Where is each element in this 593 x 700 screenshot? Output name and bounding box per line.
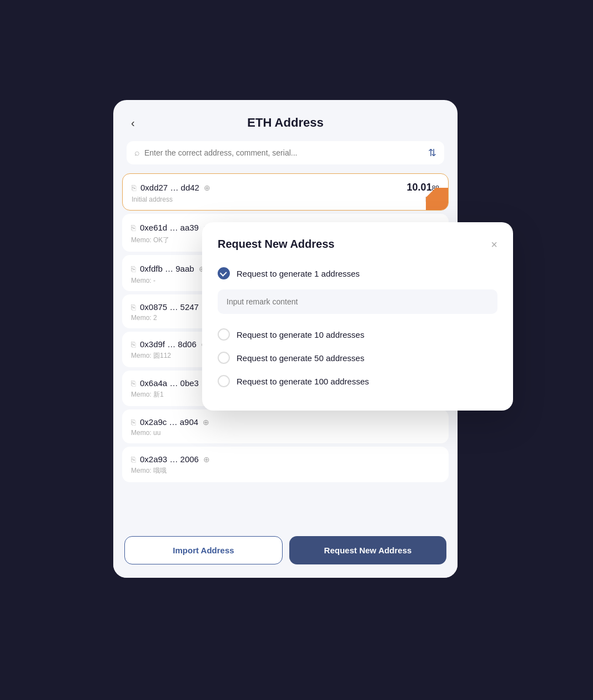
copy-icon[interactable]: ⎘ — [131, 303, 135, 312]
address-left: ⎘ 0x0875 … 5247 ⊕ — [131, 302, 210, 312]
radio-option[interactable]: Request to generate 100 addresses — [218, 369, 497, 393]
copy-icon[interactable]: ⎘ — [131, 340, 135, 349]
request-new-address-modal: Request New Address × Request to generat… — [202, 222, 513, 411]
request-new-address-button[interactable]: Request New Address — [289, 536, 446, 564]
address-left: ⎘ 0xfdfb … 9aab ⊕ — [131, 264, 205, 273]
radio-circle-checked — [218, 267, 230, 279]
address-left: ⎘ 0xe61d … aa39 ⊕ — [131, 223, 210, 232]
search-addr-icon[interactable]: ⊕ — [203, 418, 209, 427]
address-text: 0x2a9c … a904 — [140, 417, 198, 427]
address-card[interactable]: ⎘ 0xdd27 … dd42 ⊕ 10.0188 Initial addres… — [122, 173, 449, 211]
address-card-top: ⎘ 0x2a9c … a904 ⊕ — [131, 417, 440, 427]
address-card[interactable]: ⎘ 0x2a9c … a904 ⊕ Memo: uu — [122, 409, 449, 443]
radio-label: Request to generate 1 addresses — [237, 269, 360, 278]
copy-icon[interactable]: ⎘ — [131, 264, 135, 273]
radio-label: Request to generate 100 addresses — [237, 377, 369, 386]
footer-buttons: Import Address Request New Address — [113, 527, 458, 578]
memo-text: Memo: 圆112 — [131, 351, 171, 361]
header: ‹ ETH Address — [113, 100, 458, 141]
copy-icon[interactable]: ⎘ — [132, 183, 136, 192]
copy-icon[interactable]: ⎘ — [131, 418, 135, 427]
radio-label: Request to generate 10 addresses — [237, 330, 364, 339]
address-card-top: ⎘ 0xdd27 … dd42 ⊕ 10.0188 — [132, 182, 439, 193]
memo-text: Initial address — [132, 196, 173, 203]
address-left: ⎘ 0x3d9f … 8d06 ⊕ — [131, 339, 208, 349]
copy-icon[interactable]: ⎘ — [131, 223, 135, 232]
modal-header: Request New Address × — [218, 238, 497, 251]
back-button[interactable]: ‹ — [127, 114, 139, 132]
address-card-top: ⎘ 0x2a93 … 2006 ⊕ — [131, 454, 440, 464]
address-text: 0xe61d … aa39 — [140, 223, 199, 232]
memo-text: Memo: OK了 — [131, 236, 169, 245]
memo-text: Memo: uu — [131, 429, 160, 437]
search-addr-icon[interactable]: ⊕ — [203, 455, 210, 464]
modal-options: Request to generate 1 addresses Request … — [218, 262, 497, 393]
page-title: ETH Address — [247, 116, 323, 130]
radio-circle — [218, 352, 230, 364]
modal-title: Request New Address — [218, 238, 334, 251]
address-text: 0xdd27 … dd42 — [140, 183, 199, 192]
radio-option-item[interactable]: Request to generate 50 addresses — [218, 346, 497, 369]
address-card-bottom: Initial address No.0 — [132, 196, 439, 203]
address-card[interactable]: ⎘ 0x2a93 … 2006 ⊕ Memo: 哦哦 — [122, 447, 449, 482]
outer-container: ‹ ETH Address ⌕ ⇅ ⎘ 0xdd27 … dd42 ⊕ 10.0… — [113, 100, 480, 600]
address-card-bottom: Memo: 哦哦 — [131, 466, 440, 476]
import-address-button[interactable]: Import Address — [124, 536, 283, 564]
radio-option[interactable]: Request to generate 10 addresses — [218, 323, 497, 346]
address-text: 0x2a93 … 2006 — [140, 454, 199, 464]
address-left: ⎘ 0x2a93 … 2006 ⊕ — [131, 454, 210, 464]
radio-circle — [218, 375, 230, 387]
memo-text: Memo: 新1 — [131, 390, 164, 399]
radio-option-item[interactable]: Request to generate 1 addresses — [218, 262, 497, 285]
address-card-bottom: Memo: uu — [131, 429, 440, 437]
remark-input[interactable] — [218, 289, 497, 314]
filter-icon[interactable]: ⇅ — [428, 147, 436, 159]
copy-icon[interactable]: ⎘ — [131, 455, 135, 464]
address-left: ⎘ 0x6a4a … 0be3 ⊕ — [131, 378, 210, 388]
radio-option[interactable]: Request to generate 1 addresses — [218, 262, 497, 323]
search-input[interactable] — [144, 148, 424, 157]
radio-option-item[interactable]: Request to generate 100 addresses — [218, 369, 497, 393]
radio-circle — [218, 328, 230, 341]
corner-badge — [426, 188, 448, 210]
radio-option[interactable]: Request to generate 50 addresses — [218, 346, 497, 369]
copy-icon[interactable]: ⎘ — [131, 379, 135, 388]
address-text: 0xfdfb … 9aab — [140, 264, 194, 273]
radio-option-item[interactable]: Request to generate 10 addresses — [218, 323, 497, 346]
address-left: ⎘ 0x2a9c … a904 ⊕ — [131, 417, 209, 427]
radio-label: Request to generate 50 addresses — [237, 353, 364, 363]
address-text: 0x3d9f … 8d06 — [140, 339, 197, 349]
address-text: 0x6a4a … 0be3 — [140, 378, 199, 388]
address-left: ⎘ 0xdd27 … dd42 ⊕ — [132, 183, 210, 192]
memo-text: Memo: 哦哦 — [131, 466, 167, 476]
search-addr-icon[interactable]: ⊕ — [204, 183, 210, 192]
modal-close-button[interactable]: × — [491, 239, 497, 250]
memo-text: Memo: 2 — [131, 314, 157, 322]
address-text: 0x0875 … 5247 — [140, 302, 199, 312]
search-bar: ⌕ ⇅ — [127, 141, 444, 164]
memo-text: Memo: - — [131, 277, 155, 284]
search-bar-container: ⌕ ⇅ — [113, 141, 458, 173]
search-icon: ⌕ — [134, 148, 140, 158]
